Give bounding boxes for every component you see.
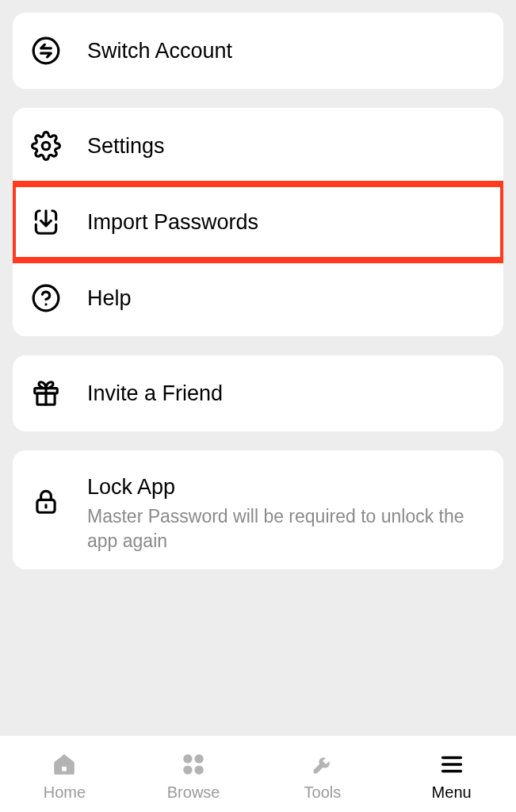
import-passwords-label: Import Passwords: [87, 209, 486, 235]
menu-text: Invite a Friend: [87, 381, 486, 406]
menu-text: Lock App Master Password will be require…: [87, 474, 486, 553]
svg-rect-9: [63, 766, 67, 771]
menu-item-invite-friend[interactable]: Invite a Friend: [13, 355, 503, 431]
menu-text: Settings: [87, 133, 486, 159]
svg-point-0: [33, 38, 59, 63]
menu-text: Import Passwords: [87, 209, 486, 235]
menu-item-import-passwords[interactable]: Import Passwords: [13, 184, 503, 260]
nav-tools-label: Tools: [304, 783, 342, 802]
lock-icon: [30, 485, 62, 517]
card-settings-group: Settings Import Passwords: [13, 108, 503, 336]
svg-point-12: [183, 765, 192, 774]
switch-account-label: Switch Account: [87, 38, 486, 63]
invite-friend-label: Invite a Friend: [87, 381, 486, 406]
card-lock-app: Lock App Master Password will be require…: [13, 450, 503, 569]
nav-item-home[interactable]: Home: [0, 750, 129, 802]
lock-app-subtitle: Master Password will be required to unlo…: [87, 504, 486, 553]
home-icon: [50, 750, 78, 779]
tools-icon: [308, 750, 337, 779]
gear-icon: [30, 130, 62, 162]
switch-account-icon: [30, 35, 62, 67]
card-switch-account: Switch Account: [13, 13, 503, 89]
card-invite-friend: Invite a Friend: [13, 355, 503, 431]
nav-home-label: Home: [44, 783, 86, 802]
bottom-nav: Home Browse Tools Menu: [0, 736, 516, 812]
help-icon: [30, 282, 62, 314]
import-icon: [30, 206, 62, 238]
lock-app-label: Lock App: [87, 474, 486, 500]
menu-item-lock-app[interactable]: Lock App Master Password will be require…: [13, 450, 503, 569]
nav-item-menu[interactable]: Menu: [387, 750, 516, 802]
menu-content: Switch Account Settings: [0, 0, 516, 736]
help-label: Help: [87, 285, 486, 311]
nav-item-browse[interactable]: Browse: [129, 750, 258, 802]
svg-point-1: [42, 142, 50, 150]
menu-item-settings[interactable]: Settings: [13, 108, 503, 184]
nav-browse-label: Browse: [167, 783, 220, 802]
gift-icon: [30, 377, 62, 409]
menu-item-help[interactable]: Help: [13, 260, 503, 336]
svg-point-11: [195, 754, 204, 763]
menu-item-switch-account[interactable]: Switch Account: [13, 13, 503, 89]
browse-icon: [179, 750, 208, 779]
nav-item-tools[interactable]: Tools: [258, 750, 388, 802]
settings-label: Settings: [87, 133, 486, 159]
nav-menu-label: Menu: [432, 783, 472, 802]
svg-point-10: [183, 754, 192, 763]
menu-text: Switch Account: [87, 38, 486, 63]
menu-icon: [438, 750, 466, 779]
svg-point-13: [195, 765, 204, 774]
menu-text: Help: [87, 285, 486, 311]
